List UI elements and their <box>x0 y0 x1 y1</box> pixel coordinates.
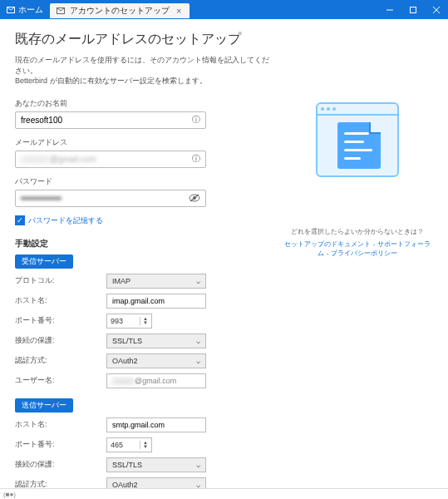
email-label: メールアドレス <box>15 137 273 148</box>
chevron-down-icon: ⌵ <box>196 277 200 285</box>
home-tab[interactable]: ホーム <box>0 4 50 16</box>
incoming-username-input[interactable]: xxxxxx@gmail.com <box>106 373 206 388</box>
privacy-link[interactable]: プライバシーポリシー <box>331 250 397 257</box>
incoming-protocol-select[interactable]: IMAP⌵ <box>106 274 206 289</box>
security-label: 接続の保護: <box>15 335 106 346</box>
outgoing-security-select[interactable]: SSL/TLS⌵ <box>106 457 206 472</box>
name-input[interactable] <box>16 112 187 128</box>
remember-label: パスワードを記憶する <box>28 215 103 226</box>
svg-rect-3 <box>411 7 416 12</box>
minimize-button[interactable] <box>378 0 401 19</box>
outgoing-auth-select[interactable]: OAuth2⌵ <box>106 477 206 488</box>
illustration <box>316 102 399 177</box>
maximize-icon <box>409 6 417 14</box>
manual-section-title: 手動設定 <box>15 238 273 250</box>
host-label: ホスト名: <box>15 295 106 306</box>
incoming-auth-select[interactable]: OAuth2⌵ <box>106 353 206 368</box>
port-spinner[interactable]: ▲▼ <box>140 317 148 325</box>
maximize-button[interactable] <box>401 0 425 19</box>
mail-icon <box>7 6 15 14</box>
outgoing-host-input[interactable] <box>106 417 206 432</box>
minimize-icon <box>386 6 394 14</box>
auth-label: 認証方式: <box>15 355 106 366</box>
host-label: ホスト名: <box>15 419 106 430</box>
docs-link[interactable]: セットアップのドキュメント <box>284 240 371 248</box>
port-spinner[interactable]: ▲▼ <box>140 441 148 449</box>
chevron-down-icon: ⌵ <box>196 337 200 345</box>
info-icon[interactable]: ⓘ <box>187 114 205 126</box>
close-icon <box>432 6 441 14</box>
page-description: 現在のメールアドレスを使用するには、そのアカウント情報を記入してください。 Be… <box>15 55 273 86</box>
tab-close-button[interactable]: × <box>175 6 183 16</box>
protocol-label: プロトコル: <box>15 275 106 286</box>
outgoing-port-input[interactable]: 465▲▼ <box>106 437 152 452</box>
mail-icon <box>57 7 65 15</box>
chevron-down-icon: ⌵ <box>196 481 200 488</box>
remember-checkbox[interactable]: ✓ <box>15 215 25 225</box>
help-text: どれを選択したらよいか分からないときは？ <box>282 227 433 236</box>
password-input[interactable] <box>16 190 184 206</box>
auth-label: 認証方式: <box>15 479 106 488</box>
side-panel: どれを選択したらよいか分からないときは？ セットアップのドキュメント - サポー… <box>282 19 448 488</box>
info-icon[interactable]: ⓘ <box>187 153 205 165</box>
active-tab[interactable]: アカウントのセットアップ × <box>50 3 190 18</box>
incoming-port-input[interactable]: 993▲▼ <box>106 314 152 329</box>
eye-toggle-icon[interactable] <box>184 194 205 202</box>
outgoing-badge: 送信サーバー <box>15 398 73 413</box>
name-label: あなたのお名前 <box>15 98 273 109</box>
incoming-badge: 受信サーバー <box>15 254 73 269</box>
titlebar: ホーム アカウントのセットアップ × <box>0 0 448 19</box>
security-label: 接続の保護: <box>15 459 106 470</box>
port-label: ポート番号: <box>15 439 106 450</box>
page-title: 既存のメールアドレスのセットアップ <box>15 31 273 48</box>
chevron-down-icon: ⌵ <box>196 461 200 469</box>
main-panel: 既存のメールアドレスのセットアップ 現在のメールアドレスを使用するには、そのアカ… <box>0 19 282 488</box>
chevron-down-icon: ⌵ <box>196 357 200 365</box>
statusbar: (■●) <box>0 488 448 499</box>
home-label: ホーム <box>18 4 43 16</box>
tab-label: アカウントのセットアップ <box>70 5 170 17</box>
email-input[interactable]: xxxxxxx@gmail.com <box>16 151 187 167</box>
password-label: パスワード <box>15 176 273 187</box>
incoming-host-input[interactable] <box>106 294 206 309</box>
port-label: ポート番号: <box>15 315 106 326</box>
help-links: セットアップのドキュメント - サポートフォーラム - プライバシーポリシー <box>282 240 433 258</box>
close-button[interactable] <box>425 0 448 19</box>
sync-icon[interactable]: (■●) <box>3 491 16 498</box>
username-label: ユーザー名: <box>15 375 106 386</box>
incoming-security-select[interactable]: SSL/TLS⌵ <box>106 333 206 348</box>
